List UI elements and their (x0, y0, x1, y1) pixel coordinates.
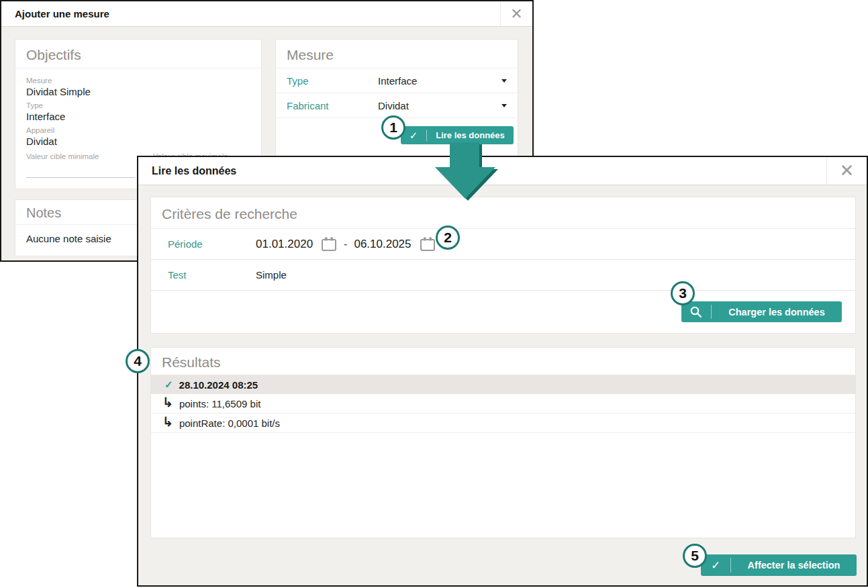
fabricant-select-row[interactable]: Fabricant Dividat (276, 93, 518, 118)
dialog2-close-button[interactable]: ✕ (826, 157, 867, 185)
test-label: Test (168, 269, 256, 281)
callout-5: 5 (683, 544, 707, 568)
callout-number: 4 (134, 353, 142, 369)
sub-arrow-icon: ↳ (162, 396, 173, 409)
results-header: Résultats (151, 348, 855, 375)
dropdown-caret-icon (501, 104, 507, 107)
notes-header: Notes (15, 200, 138, 225)
check-icon: ✓ (164, 379, 173, 391)
field-label: Type (26, 101, 250, 109)
flow-arrow-down-icon (434, 142, 501, 203)
field-type: Type Interface (15, 97, 261, 122)
callout-3: 3 (671, 281, 695, 305)
close-icon: ✕ (510, 5, 522, 23)
result-detail-text: pointRate: 0,0001 bit/s (179, 418, 280, 429)
periode-label: Période (168, 238, 256, 250)
charger-les-donnees-button[interactable]: Charger les données (681, 301, 842, 322)
results-card: Résultats ✓ 28.10.2024 08:25 ↳ points: 1… (150, 347, 856, 538)
test-value: Simple (256, 269, 287, 281)
dialog-lire-les-donnees: Lire les données ✕ Critères de recherche… (137, 156, 868, 587)
dialog1-title: Ajouter une mesure (15, 8, 109, 19)
dialog2-title: Lire les données (152, 165, 236, 177)
callout-1: 1 (381, 115, 405, 140)
result-timestamp: 28.10.2024 08:25 (179, 379, 258, 391)
sub-arrow-icon: ↳ (162, 415, 173, 428)
callout-4: 4 (126, 349, 150, 373)
callout-number: 2 (444, 230, 452, 246)
objectifs-header: Objectifs (15, 40, 261, 68)
fabricant-value: Dividat (378, 100, 501, 111)
date-from-field[interactable]: 01.01.2020 (256, 238, 313, 251)
callout-number: 5 (691, 548, 699, 564)
result-row-selected[interactable]: ✓ 28.10.2024 08:25 (151, 375, 855, 394)
date-to-field[interactable]: 06.10.2025 (354, 238, 411, 251)
field-value: Interface (26, 111, 250, 122)
field-value: Dividat Simple (26, 86, 250, 97)
field-value: Dividat (26, 136, 250, 147)
notes-card: Notes Aucune note saisie (15, 199, 138, 256)
calendar-icon[interactable] (321, 236, 337, 252)
mesure-header: Mesure (276, 40, 518, 68)
callout-number: 1 (389, 119, 397, 136)
dialog1-close-button[interactable]: ✕ (500, 1, 532, 26)
page: Ajouter une mesure ✕ Objectifs Mesure Di… (0, 0, 868, 588)
target-min-input[interactable] (26, 177, 135, 178)
result-detail-row: ↳ points: 11,6509 bit (151, 394, 855, 413)
result-detail-text: points: 11,6509 bit (179, 398, 260, 409)
fabricant-label: Fabricant (287, 100, 378, 111)
calendar-icon[interactable] (420, 236, 436, 252)
affecter-la-selection-label: Affecter la sélection (731, 554, 857, 576)
charger-les-donnees-label: Charger les données (712, 301, 842, 322)
test-row: Test Simple (151, 260, 855, 291)
result-detail-row: ↳ pointRate: 0,0001 bit/s (151, 413, 855, 433)
type-label: Type (287, 75, 378, 87)
close-icon: ✕ (840, 160, 855, 181)
dialog1-titlebar: Ajouter une mesure ✕ (1, 1, 532, 27)
periode-row: Période 01.01.2020 - 06.10.2025 (151, 229, 855, 260)
field-label: Mesure (26, 77, 250, 85)
type-select-row[interactable]: Type Interface (276, 68, 518, 93)
notes-empty-text: Aucune note saisie (15, 225, 138, 252)
callout-number: 3 (679, 285, 687, 301)
type-value: Interface (378, 75, 501, 87)
affecter-la-selection-button[interactable]: ✓ Affecter la sélection (701, 554, 857, 576)
target-min-label: Valeur cible minimale (26, 152, 99, 160)
field-label: Appareil (26, 126, 250, 134)
dropdown-caret-icon (501, 79, 507, 83)
field-mesure: Mesure Dividat Simple (15, 72, 261, 97)
dialog2-titlebar: Lire les données ✕ (138, 157, 867, 185)
criteria-header: Critères de recherche (151, 197, 855, 229)
callout-2: 2 (436, 226, 460, 250)
date-range-separator: - (344, 238, 347, 250)
field-appareil: Appareil Dividat (15, 122, 261, 147)
